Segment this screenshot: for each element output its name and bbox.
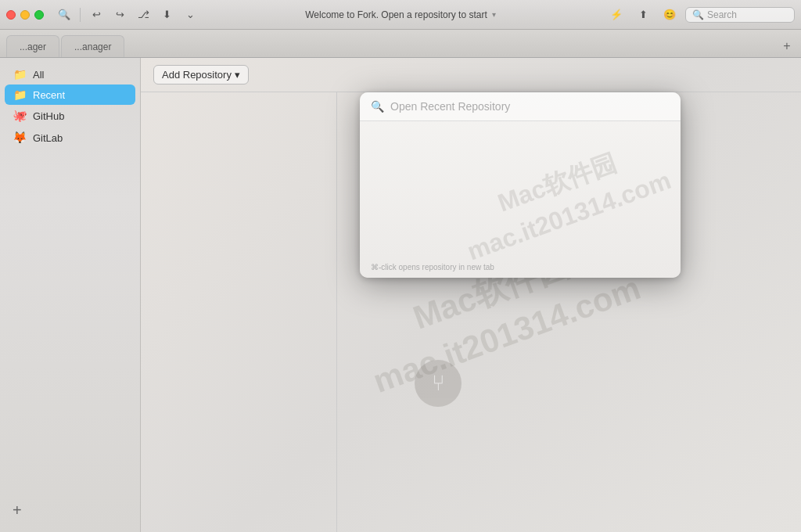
- share-icon[interactable]: ⬆: [632, 5, 654, 24]
- github-icon: 🐙: [13, 109, 27, 123]
- close-button[interactable]: [6, 10, 16, 20]
- sidebar-item-gitlab-label: GitLab: [33, 132, 63, 144]
- search-icon: 🔍: [692, 9, 704, 20]
- folder-icon: 📁: [13, 68, 27, 81]
- fetch-button[interactable]: ⬇: [156, 5, 178, 24]
- sidebar-bottom: +: [0, 495, 140, 526]
- traffic-lights: [6, 10, 44, 20]
- tab-1-label: ...anager: [74, 41, 111, 52]
- sidebar-item-recent[interactable]: 📁 Recent: [5, 84, 135, 105]
- forward-button[interactable]: ↪: [109, 5, 131, 24]
- sidebar-item-github-label: GitHub: [33, 110, 64, 122]
- sidebar-item-github[interactable]: 🐙 GitHub: [0, 105, 140, 127]
- dropdown-list: Mac软件园 mac.it201314.com ⌘-click opens re…: [360, 121, 681, 278]
- content-divider: [336, 92, 337, 532]
- window-title: Welcome to Fork. Open a repository to st…: [305, 9, 487, 20]
- main-area: 📁 All 📁 Recent 🐙 GitHub 🦊 GitLab + Add R…: [0, 58, 801, 532]
- tab-0-label: ...ager: [20, 41, 46, 52]
- toolbar-icons: 🔍 ↩ ↪ ⎇ ⬇ ⌄: [53, 5, 201, 24]
- content-area: Add Repository ▾ Mac软件园 mac.it201314.com…: [141, 58, 801, 532]
- title-bar: 🔍 ↩ ↪ ⎇ ⬇ ⌄ Welcome to Fork. Open a repo…: [0, 0, 801, 30]
- add-tab-button[interactable]: +: [779, 38, 795, 54]
- dropdown-watermark-line2: mac.it201314.com: [462, 163, 676, 269]
- dropdown-watermark-line1: Mac软件园: [451, 130, 664, 236]
- sidebar-item-all-label: All: [33, 69, 44, 81]
- branch-button[interactable]: ⎇: [132, 5, 154, 24]
- dropdown-watermark: Mac软件园 mac.it201314.com: [451, 130, 676, 269]
- window-title-area: Welcome to Fork. Open a repository to st…: [305, 9, 496, 20]
- dropdown-hint: ⌘-click opens repository in new tab: [371, 263, 494, 271]
- dropdown-popup: 🔍 Mac软件园 mac.it201314.com ⌘-click opens …: [360, 92, 681, 278]
- usb-icon[interactable]: ⚡: [605, 5, 627, 24]
- sidebar: 📁 All 📁 Recent 🐙 GitHub 🦊 GitLab +: [0, 58, 141, 532]
- tab-1[interactable]: ...anager: [61, 35, 124, 57]
- sidebar-add-button[interactable]: +: [13, 501, 22, 519]
- recent-repo-search-input[interactable]: [390, 100, 670, 113]
- toolbar-right: ⚡ ⬆ 😊 🔍: [605, 5, 795, 24]
- watermark-line2: mac.it201314.com: [367, 265, 647, 404]
- folder-icon-recent: 📁: [13, 88, 27, 101]
- add-repository-button[interactable]: Add Repository ▾: [153, 65, 249, 84]
- fork-icon: ⑂: [415, 360, 462, 407]
- gitlab-icon: 🦊: [13, 131, 27, 145]
- more-button[interactable]: ⌄: [179, 5, 201, 24]
- emoji-icon[interactable]: 😊: [659, 5, 681, 24]
- add-repo-label: Add Repository: [162, 69, 232, 81]
- search-bar[interactable]: 🔍: [360, 92, 681, 121]
- title-chevron-icon[interactable]: ▾: [492, 10, 496, 19]
- sidebar-item-all[interactable]: 📁 All: [0, 64, 140, 84]
- fork-icon-area: ⑂: [415, 360, 462, 407]
- separator: [80, 8, 81, 22]
- content-toolbar: Add Repository ▾: [141, 58, 801, 92]
- magnifier-icon[interactable]: 🔍: [53, 5, 75, 24]
- maximize-button[interactable]: [34, 10, 44, 20]
- add-repo-chevron-icon: ▾: [235, 69, 240, 81]
- sidebar-item-gitlab[interactable]: 🦊 GitLab: [0, 127, 140, 149]
- tab-bar: ...ager ...anager +: [0, 30, 801, 58]
- search-bar-icon: 🔍: [371, 100, 384, 113]
- search-box[interactable]: 🔍: [685, 7, 795, 23]
- tab-0[interactable]: ...ager: [6, 35, 59, 57]
- sidebar-item-recent-label: Recent: [33, 89, 65, 101]
- minimize-button[interactable]: [20, 10, 30, 20]
- back-button[interactable]: ↩: [85, 5, 107, 24]
- search-input[interactable]: [707, 9, 788, 20]
